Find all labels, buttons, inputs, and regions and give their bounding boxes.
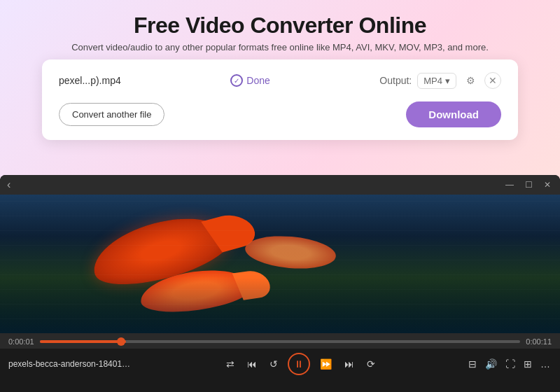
window-controls: — ☐ ✕: [503, 180, 553, 190]
format-value: MP4: [424, 76, 442, 86]
back-icon[interactable]: ‹: [7, 178, 10, 191]
loop-button[interactable]: ⟳: [364, 357, 378, 371]
video-thumbnail: [0, 195, 560, 333]
rewind-button[interactable]: ↺: [267, 357, 281, 371]
mini-player-button[interactable]: ⊟: [467, 357, 478, 371]
player-filename: pexels-becca-anderson-1840110...: [8, 359, 134, 369]
fullscreen-button[interactable]: ⛶: [504, 357, 517, 371]
play-pause-button[interactable]: ⏸: [288, 353, 310, 375]
converter-card: pexel...p).mp4 ✓ Done Output: MP4 ▾ ⚙ ✕ …: [42, 59, 518, 140]
page-subtitle: Convert video/audio to any other popular…: [14, 42, 546, 52]
format-dropdown[interactable]: MP4 ▾: [417, 73, 456, 89]
player-controls-bar: pexels-becca-anderson-1840110... ⇄ ⏮ ↺ ⏸…: [0, 349, 560, 379]
player-progress: 0:00:01 0:00:11: [0, 333, 560, 349]
player-controls-right: ⊟ 🔊 ⛶ ⊞ …: [467, 357, 552, 371]
converter-top-row: pexel...p).mp4 ✓ Done Output: MP4 ▾ ⚙ ✕: [59, 72, 501, 89]
video-area: [0, 195, 560, 333]
progress-thumb[interactable]: [117, 337, 125, 346]
progress-bar-container: 0:00:01 0:00:11: [8, 337, 552, 346]
window-close-button[interactable]: ✕: [542, 180, 553, 190]
progress-track[interactable]: [40, 340, 521, 343]
skip-back-button[interactable]: ⏮: [244, 357, 260, 371]
check-icon: ✓: [230, 74, 243, 87]
output-label: Output:: [379, 75, 412, 86]
converter-actions: Convert another file Download: [59, 102, 501, 127]
close-icon[interactable]: ✕: [484, 72, 501, 89]
video-player-window: ‹ — ☐ ✕ 0:00:01 0:00:11 pexels-becca-an: [0, 175, 560, 392]
page-header: Free Video Converter Online Convert vide…: [0, 0, 560, 59]
settings-icon[interactable]: ⚙: [462, 72, 479, 89]
current-time: 0:00:01: [8, 337, 34, 346]
skip-forward-button[interactable]: ⏭: [342, 357, 357, 371]
screenshot-button[interactable]: ⊞: [522, 357, 533, 371]
fast-forward-button[interactable]: ⏩: [317, 357, 335, 371]
maximize-button[interactable]: ☐: [523, 180, 535, 190]
file-name: pexel...p).mp4: [59, 75, 121, 86]
volume-button[interactable]: 🔊: [484, 357, 498, 371]
minimize-button[interactable]: —: [503, 180, 516, 190]
water-shimmer: [0, 195, 560, 333]
download-button[interactable]: Download: [406, 102, 501, 127]
chevron-down-icon: ▾: [445, 76, 450, 86]
status-done-area: ✓ Done: [132, 74, 369, 87]
window-titlebar: ‹ — ☐ ✕: [0, 175, 560, 195]
shuffle-button[interactable]: ⇄: [223, 357, 237, 371]
output-section: Output: MP4 ▾ ⚙ ✕: [379, 72, 501, 89]
convert-another-button[interactable]: Convert another file: [59, 103, 164, 126]
page-title: Free Video Converter Online: [14, 13, 546, 38]
progress-fill: [40, 340, 127, 343]
playback-controls: ⇄ ⏮ ↺ ⏸ ⏩ ⏭ ⟳: [140, 353, 461, 375]
status-label: Done: [246, 75, 270, 86]
total-time: 0:00:11: [526, 337, 552, 346]
more-options-button[interactable]: …: [539, 357, 552, 371]
